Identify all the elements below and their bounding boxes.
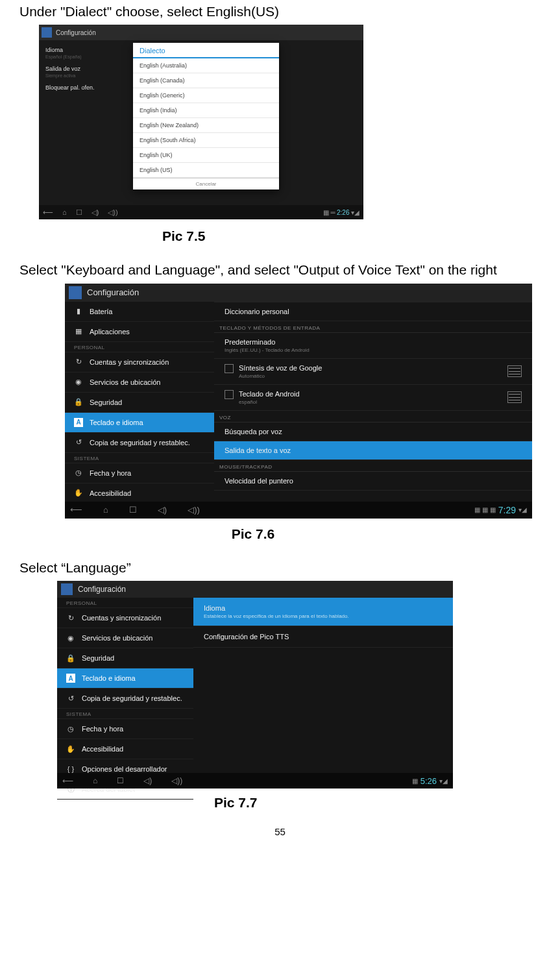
sidebar-item-accounts[interactable]: ↻ Cuentas y sincronización (57, 608, 193, 628)
sync-icon: ↻ (66, 613, 75, 622)
caption-pic-7-6: Pic 7.6 (19, 526, 487, 542)
row-label: Predeterminado (225, 338, 310, 346)
settings-app-icon (42, 27, 52, 38)
home-icon[interactable]: ⌂ (93, 776, 97, 785)
status-area: ▦ ═ 2:26 ▾◢ (323, 209, 359, 216)
row-label: Búsqueda por voz (225, 428, 282, 435)
settings-sliders-icon[interactable] (507, 391, 522, 403)
sidebar-item-keyboard-language[interactable]: A Teclado e idioma (57, 668, 193, 689)
detail-row-language[interactable]: Idioma Establece la voz específica de un… (193, 598, 453, 626)
vol-down-icon[interactable]: ◁) (143, 776, 152, 785)
dialect-option[interactable]: English (US) (133, 163, 279, 178)
settings-sliders-icon[interactable] (507, 365, 522, 377)
dialect-option[interactable]: English (India) (133, 103, 279, 118)
sidebar-item-label: Copia de seguridad y restablec. (90, 439, 190, 446)
back-icon[interactable]: ⟵ (62, 776, 73, 785)
sidebar-item-accessibility[interactable]: ✋ Accesibilidad (65, 483, 214, 504)
back-icon[interactable]: ⟵ (43, 208, 53, 217)
detail-row-pointer-speed[interactable]: Velocidad del puntero (214, 472, 532, 491)
row-label: Síntesis de voz de Google (239, 364, 322, 372)
window-body: Idioma Español (España) Salida de voz Si… (39, 40, 363, 204)
sidebar-item-label: Cuentas y sincronización (82, 614, 161, 622)
sidebar-item-apps[interactable]: ▦ Aplicaciones (65, 322, 214, 342)
detail-row-tts-output[interactable]: Salida de texto a voz (214, 441, 532, 460)
detail-row-voice-search[interactable]: Búsqueda por voz (214, 422, 532, 441)
row-label: Configuración de Pico TTS (204, 633, 289, 641)
sidebar-item-accounts[interactable]: ↻ Cuentas y sincronización (65, 352, 214, 373)
vol-up-icon[interactable]: ◁)) (108, 208, 117, 217)
vol-up-icon[interactable]: ◁)) (188, 505, 200, 515)
checkbox-icon[interactable] (225, 364, 234, 373)
location-icon: ◉ (74, 378, 83, 387)
dialect-option[interactable]: English (New Zealand) (133, 118, 279, 133)
home-icon[interactable]: ⌂ (103, 505, 108, 515)
checkbox-icon[interactable] (225, 390, 234, 399)
lock-icon: 🔒 (74, 398, 83, 407)
sidebar-item-label: Cuentas y sincronización (90, 358, 169, 366)
row-label: Idioma (204, 604, 225, 612)
sidebar-item-label: Copia de seguridad y restablec. (82, 694, 182, 702)
system-navbar: ⟵ ⌂ ☐ ◁) ◁)) ▦ ▦ ▦ 7:29 ▾◢ (65, 502, 532, 519)
left-item-label: Idioma (45, 47, 123, 53)
settings-detail-pane: Diccionario personal TECLADO Y MÉTODOS D… (214, 302, 532, 502)
screenshot-tts-language: Configuración PERSONAL ↻ Cuentas y sincr… (57, 581, 453, 789)
status-area: ▦ ▦ ▦ 7:29 ▾◢ (474, 505, 527, 515)
sidebar-item-keyboard-language[interactable]: A Teclado e idioma (65, 413, 214, 433)
settings-sidebar: ▮ Batería ▦ Aplicaciones PERSONAL ↻ Cuen… (65, 302, 214, 502)
sidebar-item-backup[interactable]: ↺ Copia de seguridad y restablec. (65, 433, 214, 453)
clock: 5:26 (420, 776, 437, 786)
vol-down-icon[interactable]: ◁) (158, 505, 167, 515)
sidebar-item-label: Teclado e idioma (82, 674, 136, 682)
section-header-voice: VOZ (214, 411, 532, 422)
sidebar-item-datetime[interactable]: ◷ Fecha y hora (65, 463, 214, 483)
recent-icon[interactable]: ☐ (76, 208, 82, 217)
sidebar-item-location[interactable]: ◉ Servicios de ubicación (57, 628, 193, 648)
dialect-option[interactable]: English (Australia) (133, 58, 279, 73)
sidebar-item-battery[interactable]: ▮ Batería (65, 302, 214, 322)
settings-app-icon (61, 583, 73, 595)
sidebar-item-datetime[interactable]: ◷ Fecha y hora (57, 719, 193, 739)
window-titlebar: Configuración (65, 284, 532, 302)
detail-row-pico-tts[interactable]: Configuración de Pico TTS (193, 626, 453, 648)
dialog-cancel-button[interactable]: Cancelar (133, 178, 279, 189)
screenshot-dialect-dialog: Configuración Idioma Español (España) Sa… (39, 25, 363, 219)
sidebar-item-location[interactable]: ◉ Servicios de ubicación (65, 373, 214, 393)
detail-row-android-keyboard[interactable]: Teclado de Android español (214, 385, 532, 411)
letter-a-icon: A (74, 418, 83, 427)
instruction-2: Select "Keyboard and Language", and sele… (19, 261, 541, 279)
caption-pic-7-7: Pic 7.7 (214, 795, 541, 811)
sidebar-item-security[interactable]: 🔒 Seguridad (57, 648, 193, 668)
dialect-option[interactable]: English (Generic) (133, 88, 279, 103)
dialect-option[interactable]: English (UK) (133, 148, 279, 163)
row-label: Salida de texto a voz (225, 446, 291, 454)
home-icon[interactable]: ⌂ (62, 208, 67, 217)
back-icon[interactable]: ⟵ (70, 505, 82, 515)
vol-down-icon[interactable]: ◁) (91, 208, 99, 217)
sidebar-item-label: Seguridad (90, 398, 122, 406)
wifi-icon: ▾◢ (351, 209, 359, 216)
detail-row-dictionary[interactable]: Diccionario personal (214, 302, 532, 321)
sidebar-item-backup[interactable]: ↺ Copia de seguridad y restablec. (57, 689, 193, 709)
dialect-option[interactable]: English (South Africa) (133, 133, 279, 148)
window-title: Configuración (78, 585, 126, 594)
sidebar-item-security[interactable]: 🔒 Seguridad (65, 393, 214, 413)
sidebar-item-accessibility[interactable]: ✋ Accesibilidad (57, 739, 193, 759)
detail-row-google-tts[interactable]: Síntesis de voz de Google Automático (214, 359, 532, 385)
settings-sidebar: PERSONAL ↻ Cuentas y sincronización ◉ Se… (57, 598, 193, 773)
caption-pic-7-5: Pic 7.5 (162, 228, 541, 244)
document-page: Under "Dialect" choose, select English(U… (0, 0, 560, 850)
sidebar-item-label: Fecha y hora (90, 469, 131, 477)
detail-row-default[interactable]: Predeterminado Inglés (EE.UU.) - Teclado… (214, 333, 532, 359)
lock-icon: 🔒 (66, 654, 75, 663)
sync-icon: ↻ (74, 358, 83, 367)
dialect-option[interactable]: English (Canada) (133, 73, 279, 88)
sidebar-item-label: Seguridad (82, 654, 114, 662)
sidebar-item-label: Servicios de ubicación (90, 378, 160, 386)
vol-up-icon[interactable]: ◁)) (171, 776, 182, 785)
recent-icon[interactable]: ☐ (117, 776, 124, 785)
wifi-icon: ▾◢ (439, 777, 448, 785)
row-sublabel: Automático (239, 373, 322, 379)
window-title: Configuración (56, 29, 96, 36)
recent-icon[interactable]: ☐ (129, 505, 137, 515)
left-settings-column: Idioma Español (España) Salida de voz Si… (45, 47, 123, 97)
